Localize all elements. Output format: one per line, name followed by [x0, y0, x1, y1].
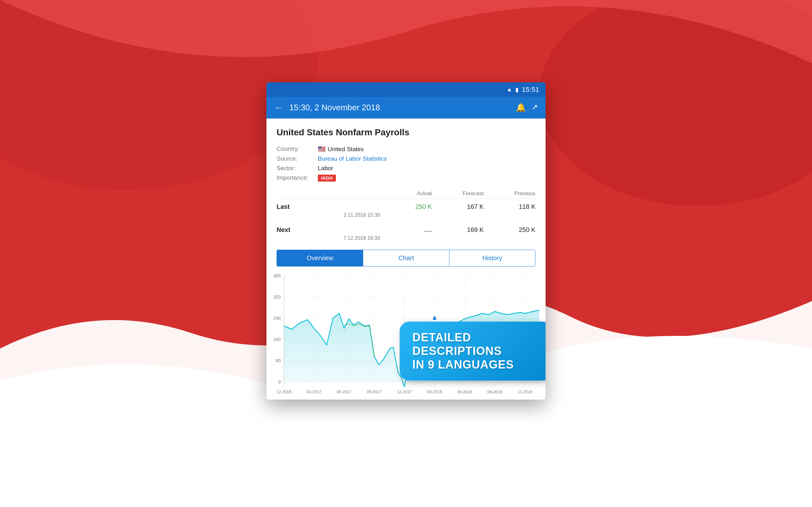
svg-text:12.2016: 12.2016 — [276, 389, 292, 394]
svg-text:03.2018: 03.2018 — [427, 389, 442, 394]
battery-icon: ▮ — [515, 86, 519, 93]
data-row-last: Last 2.11.2018 15:30 250 K 167 K 118 K — [276, 198, 536, 222]
svg-text:09.2017: 09.2017 — [367, 389, 382, 394]
next-forecast: 169 K — [432, 225, 484, 242]
importance-value: HIGH — [318, 173, 536, 183]
app-card: ▲ ▮ 15:51 ← 15:30, 2 November 2018 🔔 ↗ U… — [266, 82, 546, 400]
tab-history[interactable]: History — [449, 250, 535, 266]
data-section: Actual Forecast Previous Last 2.11.2018 … — [276, 190, 536, 245]
source-label: Source: — [276, 154, 318, 164]
svg-text:0: 0 — [278, 379, 281, 384]
last-label-group: Last 2.11.2018 15:30 — [276, 202, 380, 219]
tab-chart[interactable]: Chart — [363, 250, 449, 266]
country-label: Country: — [276, 144, 318, 154]
meta-row-sector: Sector: Labor — [276, 164, 536, 173]
next-label: Next — [276, 225, 380, 234]
svg-text:08.2018: 08.2018 — [488, 389, 502, 394]
svg-text:240: 240 — [273, 316, 281, 321]
country-value: 🇺🇸United States — [318, 144, 536, 154]
col-header-actual: Actual — [380, 190, 432, 197]
meta-row-source: Source: Bureau of Labor Statistics — [276, 154, 536, 164]
toolbar: ← 15:30, 2 November 2018 🔔 ↗ — [266, 97, 546, 118]
last-previous: 118 K — [484, 202, 536, 219]
next-sublabel: 7.12.2018 16:30 — [276, 234, 380, 242]
last-label: Last — [276, 202, 380, 211]
last-actual: 250 K — [380, 202, 432, 219]
chart-area: 400 320 240 160 80 0 12.2016 04.2017 06.… — [266, 267, 546, 400]
back-button[interactable]: ← — [274, 103, 283, 113]
col-header-previous: Previous — [484, 190, 536, 197]
flag-emoji: 🇺🇸 — [318, 146, 326, 153]
meta-row-country: Country: 🇺🇸United States — [276, 144, 536, 154]
svg-text:04.2017: 04.2017 — [307, 389, 322, 394]
sector-label: Sector: — [276, 164, 318, 173]
svg-text:11.2018: 11.2018 — [518, 389, 532, 394]
col-header-forecast: Forecast — [432, 190, 484, 197]
importance-label: Importance: — [276, 173, 318, 183]
share-icon[interactable]: ↗ — [531, 103, 538, 112]
last-forecast: 167 K — [432, 202, 484, 219]
promo-line1: DETAILED DESCRIPTIONS — [412, 331, 539, 358]
status-icons: ▲ ▮ 15:51 — [507, 86, 539, 94]
source-value[interactable]: Bureau of Labor Statistics — [318, 154, 536, 164]
importance-badge: HIGH — [318, 175, 336, 181]
meta-table: Country: 🇺🇸United States Source: Bureau … — [276, 144, 536, 183]
wifi-icon: ▲ — [507, 86, 512, 93]
svg-text:400: 400 — [273, 273, 281, 278]
toolbar-title: 15:30, 2 November 2018 — [289, 103, 509, 112]
status-time: 15:51 — [522, 86, 539, 94]
tab-overview[interactable]: Overview — [277, 250, 363, 266]
tabs-container: Overview Chart History — [276, 250, 536, 267]
promo-line2: IN 9 LANGUAGES — [412, 358, 539, 372]
status-bar: ▲ ▮ 15:51 — [266, 82, 546, 97]
sector-value: Labor — [318, 164, 536, 173]
next-previous: 250 K — [484, 225, 536, 242]
next-actual: — — [380, 225, 432, 242]
svg-text:80: 80 — [275, 358, 281, 363]
event-title: United States Nonfarm Payrolls — [276, 127, 536, 137]
svg-text:06.2018: 06.2018 — [457, 389, 472, 394]
svg-text:12.2017: 12.2017 — [397, 389, 412, 394]
promo-banner: DETAILED DESCRIPTIONS IN 9 LANGUAGES — [400, 322, 546, 381]
svg-text:06.2017: 06.2017 — [337, 389, 352, 394]
meta-row-importance: Importance: HIGH — [276, 173, 536, 183]
bell-icon[interactable]: 🔔 — [516, 103, 526, 112]
content-area: United States Nonfarm Payrolls Country: … — [266, 118, 546, 267]
svg-text:320: 320 — [273, 294, 281, 299]
svg-text:160: 160 — [273, 337, 281, 342]
next-label-group: Next 7.12.2018 16:30 — [276, 225, 380, 242]
col-header-empty — [276, 190, 380, 197]
data-row-next: Next 7.12.2018 16:30 — 169 K 250 K — [276, 222, 536, 245]
toolbar-actions: 🔔 ↗ — [516, 103, 538, 112]
last-sublabel: 2.11.2018 15:30 — [276, 211, 380, 219]
data-header-row: Actual Forecast Previous — [276, 190, 536, 198]
